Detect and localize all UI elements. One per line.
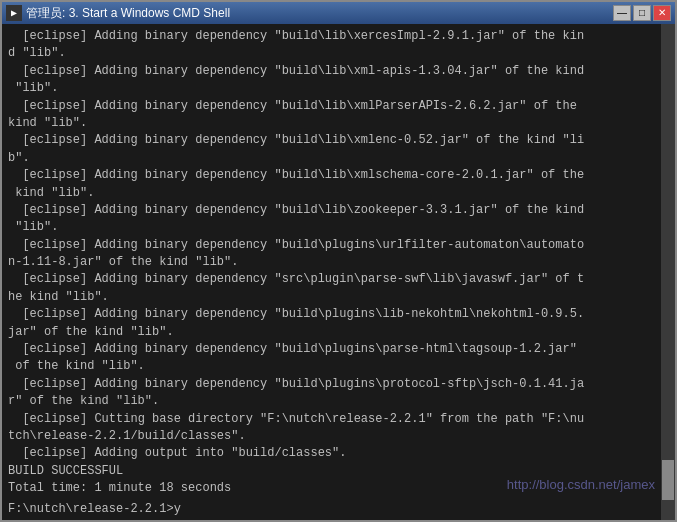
scrollbar-thumb[interactable] [662,460,674,500]
main-window: ▶ 管理员: 3. Start a Windows CMD Shell — □ … [0,0,677,522]
window-title: 管理员: 3. Start a Windows CMD Shell [26,5,613,22]
close-button[interactable]: ✕ [653,5,671,21]
window-icon: ▶ [6,5,22,21]
title-bar: ▶ 管理员: 3. Start a Windows CMD Shell — □ … [2,2,675,24]
console-prompt[interactable]: F:\nutch\release-2.2.1>y [8,502,669,516]
maximize-button[interactable]: □ [633,5,651,21]
scrollbar[interactable] [661,24,675,520]
watermark: http://blog.csdn.net/jamex [507,477,655,492]
console-window: [eclipse] Adding binary dependency "buil… [2,24,675,520]
minimize-button[interactable]: — [613,5,631,21]
window-controls: — □ ✕ [613,5,671,21]
console-output: [eclipse] Adding binary dependency "buil… [8,28,669,500]
